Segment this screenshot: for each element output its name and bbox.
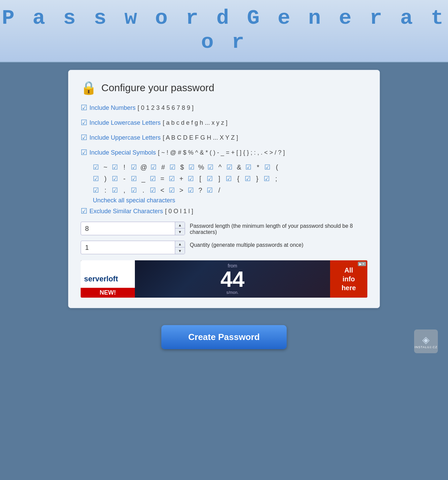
- ad-number: 44: [220, 268, 244, 290]
- sym-check-obracket[interactable]: ☑: [188, 175, 194, 183]
- main-card: 🔒 Configure your password ☑ Include Numb…: [68, 70, 380, 308]
- sym-check-period[interactable]: ☑: [131, 186, 137, 194]
- numbers-value: [ 0 1 2 3 4 5 6 7 8 9 ]: [138, 104, 194, 112]
- sym-check-caret[interactable]: ☑: [207, 163, 213, 171]
- sym-check-plus[interactable]: ☑: [169, 175, 175, 183]
- sym-check-star[interactable]: ☑: [245, 163, 251, 171]
- numbers-label[interactable]: Include Numbers: [89, 104, 136, 112]
- sym-check-colon[interactable]: ☑: [93, 186, 99, 194]
- quantity-label: Quantity (generate multiple passwords at…: [190, 241, 367, 248]
- sym-at: @: [140, 163, 147, 171]
- sym-gt: >: [178, 186, 184, 194]
- sym-check-equals[interactable]: ☑: [150, 175, 156, 183]
- length-down-button[interactable]: ▼: [175, 228, 185, 235]
- app-title: P a s s w o r d G e n e r a t o r: [0, 6, 448, 54]
- sym-lt: <: [159, 186, 165, 194]
- sym-percent: %: [198, 163, 204, 171]
- quantity-down-button[interactable]: ▼: [175, 247, 185, 254]
- exclude-label[interactable]: Exclude Similar Characters: [89, 208, 163, 215]
- ad-close-button[interactable]: ▶✕: [358, 262, 366, 266]
- sym-star: *: [255, 163, 261, 171]
- sym-colon: :: [102, 186, 108, 194]
- lowercase-label[interactable]: Include Lowercase Letters: [89, 119, 161, 126]
- symbols-grid: ☑ ~ ☑ ! ☑ @ ☑ # ☑ $ ☑ % ☑ ^ ☑ & ☑ * ☑ ( …: [93, 163, 367, 194]
- sym-check-cbracket[interactable]: ☑: [207, 175, 213, 183]
- length-input[interactable]: [81, 225, 175, 233]
- sym-equals: =: [159, 175, 165, 183]
- ad-left: serverloft NEW!: [81, 260, 135, 298]
- sym-slash: /: [216, 186, 222, 194]
- sym-check-excl[interactable]: ☑: [112, 163, 118, 171]
- sym-period: .: [140, 186, 146, 194]
- sym-check-comma[interactable]: ☑: [112, 186, 118, 194]
- ad-banner: serverloft NEW! from 44 s/mon. ▶✕ Allinf…: [81, 260, 367, 298]
- sym-check-percent[interactable]: ☑: [188, 163, 195, 171]
- sym-check-amp[interactable]: ☑: [226, 163, 232, 171]
- sym-check-tilde[interactable]: ☑: [93, 163, 99, 171]
- create-password-button[interactable]: Create Password: [161, 325, 287, 349]
- option-special: ☑ Include Special Symbols [ ~ ! @ # $ % …: [81, 148, 367, 157]
- sym-check-minus[interactable]: ☑: [112, 175, 118, 183]
- length-spinner[interactable]: ▲ ▼: [81, 222, 185, 235]
- uppercase-label[interactable]: Include Uppercase Letters: [89, 134, 161, 141]
- sym-check-cparen[interactable]: ☑: [93, 175, 99, 183]
- special-label[interactable]: Include Special Symbols: [89, 149, 156, 156]
- sym-check-gt[interactable]: ☑: [169, 186, 175, 194]
- sym-check-slash[interactable]: ☑: [207, 186, 213, 194]
- exclude-value: [ 0 O I 1 l ]: [165, 208, 193, 215]
- special-checkbox-icon[interactable]: ☑: [81, 148, 87, 157]
- instaluj-text: INSTALUJ.CZ: [414, 345, 437, 349]
- sym-cbrace: }: [254, 175, 260, 183]
- sym-oparen: (: [274, 163, 280, 171]
- length-label: Password length (the minimum length of y…: [190, 222, 367, 235]
- option-uppercase: ☑ Include Uppercase Letters [ A B C D E …: [81, 133, 367, 142]
- sym-check-lt[interactable]: ☑: [150, 186, 156, 194]
- sym-check-at[interactable]: ☑: [131, 163, 137, 171]
- sym-minus: -: [121, 175, 127, 183]
- symbols-row-1: ☑ ~ ☑ ! ☑ @ ☑ # ☑ $ ☑ % ☑ ^ ☑ & ☑ * ☑ (: [93, 163, 367, 171]
- sym-check-question[interactable]: ☑: [188, 186, 194, 194]
- uncheck-all-link[interactable]: Uncheck all special characters: [93, 197, 367, 204]
- sym-hash: #: [160, 163, 166, 171]
- sym-check-cbrace[interactable]: ☑: [245, 175, 251, 183]
- option-exclude: ☑ Exclude Similar Characters [ 0 O I 1 l…: [81, 207, 367, 216]
- card-title-row: 🔒 Configure your password: [81, 80, 367, 95]
- ad-unit: s/mon.: [226, 290, 239, 295]
- sym-cparen: ): [102, 175, 108, 183]
- card-title: Configure your password: [101, 82, 215, 94]
- sym-check-oparen[interactable]: ☑: [264, 163, 270, 171]
- exclude-checkbox-icon[interactable]: ☑: [81, 207, 87, 216]
- sym-obracket: [: [197, 175, 203, 183]
- ad-center: from 44 s/mon.: [135, 263, 330, 295]
- sym-check-semicolon[interactable]: ☑: [264, 175, 270, 183]
- sym-check-dollar[interactable]: ☑: [169, 163, 176, 171]
- lock-icon: 🔒: [81, 80, 97, 95]
- lowercase-value: [ a b c d e f g h ... x y z ]: [163, 119, 227, 126]
- header: P a s s w o r d G e n e r a t o r: [0, 0, 448, 62]
- length-row: ▲ ▼ Password length (the minimum length …: [81, 222, 367, 235]
- quantity-input[interactable]: [81, 244, 175, 252]
- bottom-bar: Create Password ◈ INSTALUJ.CZ: [0, 316, 448, 360]
- symbols-row-2: ☑ ) ☑ - ☑ _ ☑ = ☑ + ☑ [ ☑ ] ☑ { ☑ } ☑ ;: [93, 175, 367, 183]
- length-arrows: ▲ ▼: [175, 222, 185, 235]
- uppercase-value: [ A B C D E F G H ... X Y Z ]: [163, 134, 238, 141]
- uppercase-checkbox-icon[interactable]: ☑: [81, 133, 87, 142]
- quantity-up-button[interactable]: ▲: [175, 241, 185, 247]
- sym-caret: ^: [217, 163, 223, 171]
- quantity-spinner[interactable]: ▲ ▼: [81, 241, 185, 254]
- lowercase-checkbox-icon[interactable]: ☑: [81, 118, 87, 127]
- numbers-checkbox-icon[interactable]: ☑: [81, 103, 87, 112]
- sym-comma: ,: [121, 186, 127, 194]
- length-up-button[interactable]: ▲: [175, 222, 185, 228]
- sym-obrace: {: [235, 175, 241, 183]
- special-value: [ ~ ! @ # $ % ^ & * ( ) - _ = + [ ] { } …: [158, 149, 285, 156]
- sym-check-underscore[interactable]: ☑: [131, 175, 137, 183]
- option-lowercase: ☑ Include Lowercase Letters [ a b c d e …: [81, 118, 367, 127]
- sym-check-obrace[interactable]: ☑: [226, 175, 232, 183]
- sym-underscore: _: [140, 175, 146, 183]
- sym-dollar: $: [179, 163, 185, 171]
- sym-semicolon: ;: [273, 175, 279, 183]
- sym-question: ?: [197, 186, 203, 194]
- sym-check-hash[interactable]: ☑: [150, 163, 157, 171]
- quantity-row: ▲ ▼ Quantity (generate multiple password…: [81, 241, 367, 254]
